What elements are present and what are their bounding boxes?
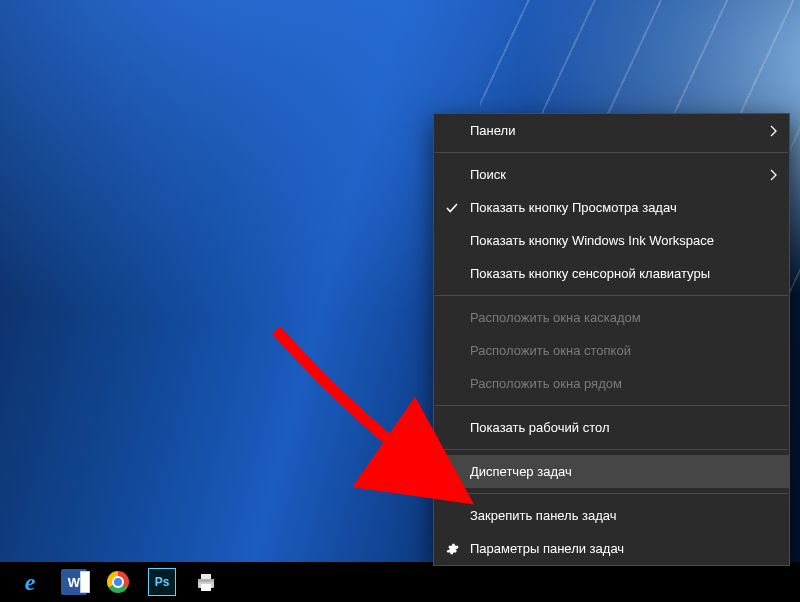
menu-separator	[435, 449, 788, 450]
menu-panels[interactable]: Панели	[434, 114, 789, 147]
menu-item-label: Расположить окна рядом	[470, 376, 622, 391]
menu-separator	[435, 493, 788, 494]
menu-item-label: Параметры панели задач	[470, 541, 624, 556]
taskbar-context-menu: Панели Поиск Показать кнопку Просмотра з…	[433, 113, 790, 566]
menu-item-label: Показать рабочий стол	[470, 420, 609, 435]
menu-show-task-view-button[interactable]: Показать кнопку Просмотра задач	[434, 191, 789, 224]
menu-item-label: Поиск	[470, 167, 506, 182]
menu-lock-taskbar[interactable]: Закрепить панель задач	[434, 499, 789, 532]
menu-cascade-windows: Расположить окна каскадом	[434, 301, 789, 334]
menu-separator	[435, 295, 788, 296]
photoshop-icon: Ps	[148, 568, 176, 596]
word-icon: W	[61, 569, 87, 595]
taskbar-app-edge[interactable]: e	[8, 562, 52, 602]
printer-icon	[193, 569, 219, 595]
menu-item-label: Закрепить панель задач	[470, 508, 617, 523]
menu-show-desktop[interactable]: Показать рабочий стол	[434, 411, 789, 444]
menu-item-label: Показать кнопку Просмотра задач	[470, 200, 677, 215]
taskbar-app-printer[interactable]	[184, 562, 228, 602]
taskbar-app-photoshop[interactable]: Ps	[140, 562, 184, 602]
menu-side-by-side-windows: Расположить окна рядом	[434, 367, 789, 400]
menu-show-touch-keyboard-button[interactable]: Показать кнопку сенсорной клавиатуры	[434, 257, 789, 290]
check-icon	[444, 200, 460, 216]
svg-rect-3	[198, 579, 214, 582]
menu-stack-windows: Расположить окна стопкой	[434, 334, 789, 367]
menu-search[interactable]: Поиск	[434, 158, 789, 191]
taskbar-app-word[interactable]: W	[52, 562, 96, 602]
menu-task-manager[interactable]: Диспетчер задач	[434, 455, 789, 488]
menu-show-ink-workspace-button[interactable]: Показать кнопку Windows Ink Workspace	[434, 224, 789, 257]
menu-separator	[435, 405, 788, 406]
taskbar-app-chrome[interactable]	[96, 562, 140, 602]
menu-item-label: Диспетчер задач	[470, 464, 572, 479]
gear-icon	[444, 541, 460, 557]
svg-rect-2	[201, 584, 211, 591]
chevron-right-icon	[770, 169, 777, 181]
edge-icon: e	[25, 570, 36, 594]
menu-item-label: Показать кнопку сенсорной клавиатуры	[470, 266, 710, 281]
menu-item-label: Панели	[470, 123, 515, 138]
menu-separator	[435, 152, 788, 153]
menu-item-label: Показать кнопку Windows Ink Workspace	[470, 233, 714, 248]
menu-item-label: Расположить окна каскадом	[470, 310, 641, 325]
chevron-right-icon	[770, 125, 777, 137]
menu-item-label: Расположить окна стопкой	[470, 343, 631, 358]
taskbar[interactable]: e W Ps	[0, 562, 800, 602]
chrome-icon	[107, 571, 129, 593]
menu-taskbar-settings[interactable]: Параметры панели задач	[434, 532, 789, 565]
